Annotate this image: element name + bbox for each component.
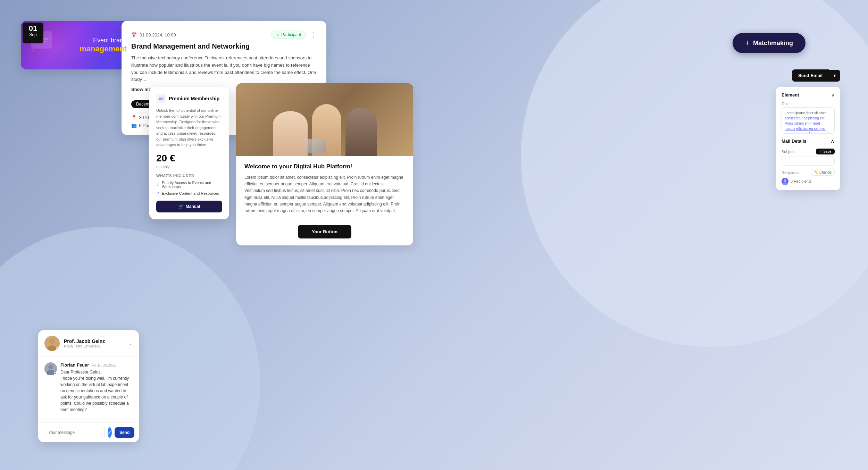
event-title-lg: management [80,44,127,53]
check-icon-2: ✓ [156,191,160,196]
chat-message-area: Florian Feuer Fri 10.06.2022 Dear Profes… [38,357,139,422]
subject-input[interactable] [782,157,835,166]
participant-badge: ✓ Participant [271,31,306,39]
message-text: Dear Professor Geinz,I hope you're doing… [60,369,133,413]
manual-button[interactable]: 🛒 Manual [156,201,222,212]
svg-rect-8 [159,99,161,100]
digital-hub-card: Welcome to your Digital Hub Platform! Lo… [236,83,413,245]
email-composer-card: Element ∧ Text Lorem ipsum dolor sit ame… [776,87,840,190]
mail-details-header: Mail Details ∧ [782,138,835,144]
event-day: 01 [25,25,41,32]
svg-point-4 [31,48,35,52]
premium-price: 20 € [156,153,222,164]
person-center [312,104,341,156]
send-email-button[interactable]: Send Email [792,69,829,82]
recipients-count: 3 Recipients [791,179,812,183]
email-text-content: Lorem ipsum dolor sit amet, consectetur … [782,107,835,134]
premium-desc: Unlock the full potential of our online … [156,108,222,148]
chat-input-row: ✓ Send [38,422,139,442]
event-detail-header: 📅 01.09.2024, 10:00 ✓ Participant ⋮ [131,31,317,39]
chevron-down-icon[interactable]: ⌄ [128,341,133,346]
event-detail-desc: The massive technology conference Techwe… [131,54,317,83]
send-check-icon[interactable]: ✓ [108,427,112,438]
send-email-dropdown[interactable]: ▼ [829,70,840,82]
event-date-badge: 01 Sep [23,23,43,43]
chat-user-details: Prof. Jacob Geinz Nova Terra University [64,338,105,348]
save-label: Save [823,150,831,153]
online-status [56,347,59,351]
premium-period: monthly [156,165,222,169]
participant-label: Participant [281,32,301,37]
sender-avatar [44,362,57,375]
svg-point-13 [48,364,53,369]
person-right [345,108,377,156]
svg-rect-6 [159,97,164,100]
premium-card-header: Premium Membership [156,94,222,103]
save-button[interactable]: ✓ Save [816,149,835,154]
recipients-avatar [782,178,788,185]
chat-header: Prof. Jacob Geinz Nova Terra University … [38,330,139,357]
svg-point-5 [39,51,41,53]
svg-point-10 [49,338,55,344]
whats-included-label: What's included [156,174,222,178]
element-section-header: Element ∧ [782,92,835,98]
chat-user-name: Prof. Jacob Geinz [64,338,105,344]
mail-details-label: Mail Details [782,139,807,144]
hub-body: Welcome to your Digital Hub Platform! Lo… [236,156,413,245]
event-title-sm: Event brand [80,37,127,44]
hub-title: Welcome to your Digital Hub Platform! [244,163,405,170]
text-field-label: Text [782,102,835,106]
professor-avatar [44,336,60,351]
cart-icon: 🛒 [178,204,184,209]
element-collapse-icon[interactable]: ∧ [832,93,835,98]
hub-photo-content [236,83,413,156]
people-group [236,104,413,156]
calendar-icon: 📅 [131,32,137,37]
send-button[interactable]: Send [115,427,134,438]
manual-label: Manual [186,204,200,209]
recipients-label: Recipients [782,170,799,175]
hub-photo [236,83,413,156]
feature-item-2: ✓ Exclusive Content and Resources [156,191,222,196]
hub-button[interactable]: Your Button [298,225,351,238]
chat-msg-content: Florian Feuer Fri 10.06.2022 Dear Profes… [60,362,133,413]
event-detail-title: Brand Management and Networking [131,42,317,50]
check-icon: ✓ [276,32,280,37]
pencil-icon: ✏️ [814,170,818,174]
event-date-time: 01.09.2024, 10:00 [140,32,176,37]
element-section-label: Element [782,92,799,98]
participants-icon: 👥 [131,123,137,128]
premium-icon [156,94,166,103]
hub-divider [244,220,405,220]
message-input[interactable] [44,427,105,438]
membership-icon [158,96,164,101]
send-email-wrapper: Send Email ▼ [792,69,840,82]
check-icon-1: ✓ [156,182,160,187]
change-button[interactable]: ✏️ Change [811,169,835,176]
plus-icon: + [745,39,750,48]
chat-card: Prof. Jacob Geinz Nova Terra University … [38,330,139,442]
hub-desc: Lorem ipsum dolor sit amet, consectetur … [244,174,405,214]
email-text-normal: Lorem ipsum dolor sit amet, [785,111,827,115]
recipients-avatar-img [782,178,788,185]
sender-online-status [54,372,57,375]
event-banner-text: Event brand management [80,37,127,53]
recipients-row: Recipients ✏️ Change [782,169,835,176]
event-month: Sep [25,32,41,37]
change-label: Change [819,170,832,174]
more-options-icon[interactable]: ⋮ [310,31,317,39]
chat-user-info: Prof. Jacob Geinz Nova Terra University [44,336,105,351]
mail-details-collapse-icon[interactable]: ∧ [831,138,835,144]
sender-name: Florian Feuer [60,362,89,368]
subject-row: Subject ✓ Save [782,149,835,154]
laptop [305,139,326,153]
svg-point-16 [784,179,786,182]
message-date: Fri 10.06.2022 [92,363,116,367]
event-meta: 📅 01.09.2024, 10:00 [131,32,176,37]
dropdown-arrow-icon: ▼ [833,73,837,78]
matchmaking-label: Matchmaking [753,40,793,47]
recipients-info: 3 Recipients [782,178,835,185]
chat-user-org: Nova Terra University [64,344,105,348]
premium-title: Premium Membership [169,96,219,101]
matchmaking-button[interactable]: + Matchmaking [733,33,806,53]
